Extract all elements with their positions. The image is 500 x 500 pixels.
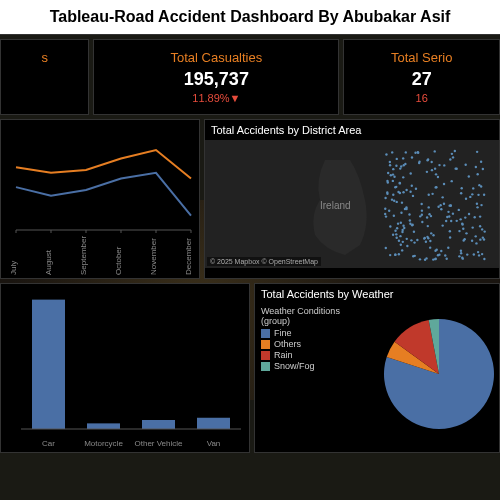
svg-text:August: August	[44, 249, 53, 275]
svg-point-212	[404, 163, 406, 165]
svg-point-158	[479, 215, 481, 217]
svg-point-71	[395, 165, 397, 167]
svg-point-50	[389, 161, 391, 163]
svg-point-34	[445, 258, 447, 260]
svg-point-202	[452, 212, 454, 214]
svg-point-33	[395, 233, 397, 235]
svg-point-201	[477, 194, 479, 196]
legend-item: Rain	[261, 350, 368, 360]
svg-point-92	[402, 241, 404, 243]
svg-point-59	[462, 228, 464, 230]
svg-point-132	[432, 234, 434, 236]
svg-point-199	[468, 175, 470, 177]
down-arrow-icon: ▼	[230, 92, 241, 104]
svg-point-77	[476, 151, 478, 153]
svg-point-169	[389, 254, 391, 256]
svg-point-60	[430, 232, 432, 234]
svg-point-116	[437, 206, 439, 208]
svg-point-178	[392, 180, 394, 182]
svg-point-122	[393, 176, 395, 178]
map-area[interactable]: Ireland © 2025 Mapbox © OpenStreetMap	[205, 140, 499, 268]
legend-item: Snow/Fog	[261, 361, 368, 371]
map-panel[interactable]: Total Accidents by District Area Ireland…	[204, 119, 500, 279]
svg-point-219	[408, 213, 410, 215]
svg-point-166	[462, 257, 464, 259]
svg-point-27	[483, 258, 485, 260]
svg-point-25	[389, 164, 391, 166]
svg-point-28	[429, 246, 431, 248]
svg-point-52	[401, 201, 403, 203]
svg-point-139	[396, 227, 398, 229]
svg-point-204	[434, 258, 436, 260]
svg-point-189	[427, 158, 429, 160]
svg-point-215	[439, 204, 441, 206]
svg-point-170	[389, 225, 391, 227]
country-label: Ireland	[320, 200, 351, 211]
kpi-title: Total Casualties	[104, 50, 328, 65]
svg-point-210	[410, 172, 412, 174]
svg-point-110	[411, 156, 413, 158]
svg-point-222	[394, 254, 396, 256]
svg-point-154	[393, 215, 395, 217]
svg-text:July: July	[9, 261, 18, 275]
svg-point-70	[469, 196, 471, 198]
svg-point-152	[438, 164, 440, 166]
svg-point-16	[480, 204, 482, 206]
svg-point-167	[432, 258, 434, 260]
svg-point-37	[399, 235, 401, 237]
svg-point-135	[416, 239, 418, 241]
svg-point-55	[460, 249, 462, 251]
bar-chart-panel[interactable]: CarMotorcycleOther VehicleVan	[0, 283, 250, 453]
svg-point-54	[427, 225, 429, 227]
kpi-value: 27	[354, 69, 489, 90]
svg-point-227	[427, 237, 429, 239]
map-attribution: © 2025 Mapbox © OpenStreetMap	[207, 257, 321, 266]
svg-point-84	[398, 239, 400, 241]
pie-chart-panel[interactable]: Total Accidents by Weather Weather Condi…	[254, 283, 500, 453]
legend-title: Weather Conditions (group)	[261, 306, 368, 326]
svg-point-230	[478, 184, 480, 186]
svg-point-26	[471, 193, 473, 195]
svg-point-100	[449, 158, 451, 160]
svg-point-51	[461, 187, 463, 189]
svg-text:Other Vehicle: Other Vehicle	[134, 439, 183, 448]
svg-point-114	[452, 156, 454, 158]
svg-point-231	[417, 152, 419, 154]
pie-legend: Weather Conditions (group) FineOthersRai…	[255, 304, 374, 434]
svg-point-216	[448, 204, 450, 206]
svg-rect-235	[87, 423, 120, 429]
svg-point-157	[391, 151, 393, 153]
svg-point-226	[444, 254, 446, 256]
legend-item: Fine	[261, 328, 368, 338]
svg-point-134	[401, 231, 403, 233]
svg-point-213	[401, 249, 403, 251]
svg-point-156	[454, 150, 456, 152]
svg-point-208	[424, 237, 426, 239]
svg-point-30	[396, 158, 398, 160]
svg-point-68	[480, 161, 482, 163]
svg-point-217	[481, 228, 483, 230]
svg-point-136	[437, 176, 439, 178]
svg-point-104	[425, 241, 427, 243]
svg-point-121	[393, 200, 395, 202]
svg-point-128	[475, 235, 477, 237]
svg-point-32	[471, 240, 473, 242]
kpi-value: 195,737	[104, 69, 328, 90]
svg-point-44	[465, 198, 467, 200]
svg-point-188	[443, 183, 445, 185]
kpi-row: s Total Casualties 195,737 11.89%▼ Total…	[0, 35, 500, 119]
svg-point-101	[479, 238, 481, 240]
svg-point-195	[427, 206, 429, 208]
svg-point-137	[440, 250, 442, 252]
svg-point-168	[399, 182, 401, 184]
svg-point-42	[398, 253, 400, 255]
svg-point-225	[430, 161, 432, 163]
svg-text:December: December	[184, 238, 193, 275]
svg-point-162	[462, 239, 464, 241]
svg-point-165	[384, 197, 386, 199]
line-chart-panel[interactable]: JulyAugustSeptemberOctoberNovemberDecemb…	[0, 119, 200, 279]
svg-point-90	[403, 227, 405, 229]
svg-point-186	[431, 193, 433, 195]
svg-point-94	[394, 230, 396, 232]
svg-point-76	[402, 157, 404, 159]
